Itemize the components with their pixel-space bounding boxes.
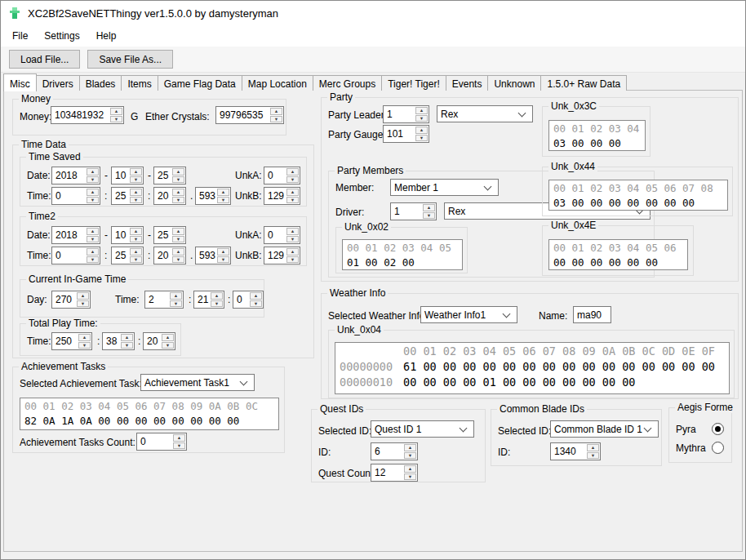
ingame-second-spinner[interactable]: 0 xyxy=(233,291,264,309)
party-gauge-spinner[interactable]: 101 xyxy=(383,125,429,143)
spinner-buttons[interactable] xyxy=(87,168,99,183)
blade-id-value[interactable]: 1340 xyxy=(551,443,587,460)
spinner-buttons[interactable] xyxy=(170,292,182,307)
tab-map-location[interactable]: Map Location xyxy=(242,75,313,91)
achievement-hex-viewer[interactable]: 00 01 02 03 04 05 06 07 08 09 0A 0B 0C82… xyxy=(20,398,279,430)
ingame-day-value[interactable]: 270 xyxy=(52,291,77,308)
time2-minute-spinner[interactable]: 25 xyxy=(111,247,144,264)
saved-ms-value[interactable]: 593 xyxy=(196,188,217,204)
saved-month-value[interactable]: 10 xyxy=(112,167,130,184)
spinner-buttons[interactable] xyxy=(286,189,299,203)
menu-item-settings[interactable]: Settings xyxy=(36,27,87,45)
saved-month-spinner[interactable]: 10 xyxy=(111,167,144,184)
ether-spinner-buttons[interactable] xyxy=(270,108,282,122)
time2-hour-spinner[interactable]: 0 xyxy=(51,247,100,264)
money-spinner-buttons[interactable] xyxy=(110,108,122,122)
spinner-buttons[interactable] xyxy=(121,334,133,349)
unk-0x4e-hex-viewer[interactable]: 00 01 02 03 04 05 0600 00 00 00 00 00 xyxy=(548,239,688,270)
time2-unka-value[interactable]: 0 xyxy=(264,227,286,243)
achievement-count-spinner[interactable]: 0 xyxy=(136,433,187,451)
spinner-buttons[interactable] xyxy=(173,434,185,449)
spinner-buttons[interactable] xyxy=(130,189,142,203)
play-hour-spinner[interactable]: 250 xyxy=(51,332,92,350)
mythra-radio[interactable] xyxy=(712,442,724,454)
party-gauge-value[interactable]: 101 xyxy=(384,126,415,142)
unk-0x04-hex-viewer[interactable]: 00 01 02 03 04 05 06 07 08 09 0A 0B 0C 0… xyxy=(335,342,730,394)
driver-spinner[interactable]: 1 xyxy=(390,202,437,220)
time2-ms-value[interactable]: 593 xyxy=(196,247,217,264)
driver-id[interactable]: 1 xyxy=(391,203,423,220)
money-spinner[interactable]: 103481932 xyxy=(51,106,124,124)
spinner-buttons[interactable] xyxy=(130,228,142,242)
time2-unkb-value[interactable]: 129 xyxy=(264,247,286,264)
tab-1-5-0-raw-data[interactable]: 1.5.0+ Raw Data xyxy=(540,75,627,91)
tab-blades[interactable]: Blades xyxy=(79,75,122,91)
tab-merc-groups[interactable]: Merc Groups xyxy=(313,75,382,91)
play-minute-spinner[interactable]: 38 xyxy=(102,332,135,350)
spinner-buttons[interactable] xyxy=(404,465,416,480)
spinner-buttons[interactable] xyxy=(217,248,229,263)
spinner-buttons[interactable] xyxy=(172,228,184,242)
play-hour-value[interactable]: 250 xyxy=(52,333,78,349)
spinner-buttons[interactable] xyxy=(78,334,91,349)
weather-info-select[interactable]: Weather Info1 xyxy=(420,306,517,323)
tab-game-flag-data[interactable]: Game Flag Data xyxy=(158,75,242,91)
saved-minute-spinner[interactable]: 25 xyxy=(111,187,144,205)
pyra-radio[interactable] xyxy=(712,423,724,435)
saved-unka-spinner[interactable]: 0 xyxy=(264,167,300,184)
spinner-buttons[interactable] xyxy=(77,292,89,307)
saved-second-spinner[interactable]: 20 xyxy=(153,187,186,205)
ingame-day-spinner[interactable]: 270 xyxy=(51,291,91,309)
achievement-task-select[interactable]: Achievement Task1 xyxy=(140,374,255,391)
tab-misc[interactable]: Misc xyxy=(3,73,37,91)
spinner-buttons[interactable] xyxy=(211,292,223,307)
spinner-buttons[interactable] xyxy=(404,444,416,459)
play-minute-value[interactable]: 38 xyxy=(103,333,121,349)
spinner-buttons[interactable] xyxy=(415,127,428,141)
spinner-buttons[interactable] xyxy=(250,292,262,307)
spinner-buttons[interactable] xyxy=(172,248,184,263)
unk-0x44-hex-viewer[interactable]: 00 01 02 03 04 05 06 07 0803 00 00 00 00… xyxy=(548,180,728,211)
quest-id-select[interactable]: Quest ID 1 xyxy=(371,420,474,438)
spinner-buttons[interactable] xyxy=(286,248,299,263)
tab-drivers[interactable]: Drivers xyxy=(36,75,80,91)
tab-unknown[interactable]: Unknown xyxy=(487,75,541,91)
quest-id-value[interactable]: 6 xyxy=(371,443,404,460)
saved-minute-value[interactable]: 25 xyxy=(112,188,130,204)
ingame-hour-spinner[interactable]: 2 xyxy=(144,291,184,309)
ingame-minute-spinner[interactable]: 21 xyxy=(193,291,224,309)
member-select[interactable]: Member 1 xyxy=(390,179,499,196)
spinner-buttons[interactable] xyxy=(87,248,99,263)
time2-unka-spinner[interactable]: 0 xyxy=(264,226,300,244)
saved-hour-spinner[interactable]: 0 xyxy=(51,187,100,205)
menu-item-help[interactable]: Help xyxy=(88,27,125,45)
ether-crystals-value[interactable]: 99796535 xyxy=(216,107,270,123)
spinner-buttons[interactable] xyxy=(87,228,99,242)
time2-second-value[interactable]: 20 xyxy=(154,247,172,264)
saved-unkb-spinner[interactable]: 129 xyxy=(264,187,300,205)
time2-year-spinner[interactable]: 2018 xyxy=(51,226,100,244)
ether-crystals-spinner[interactable]: 99796535 xyxy=(215,106,284,124)
play-second-spinner[interactable]: 20 xyxy=(143,332,175,350)
spinner-buttons[interactable] xyxy=(172,189,184,203)
saved-year-value[interactable]: 2018 xyxy=(52,167,87,184)
quest-count-value[interactable]: 12 xyxy=(371,464,404,481)
party-leader-select[interactable]: Rex xyxy=(437,105,533,122)
time2-day-spinner[interactable]: 25 xyxy=(153,226,186,244)
menu-item-file[interactable]: File xyxy=(4,27,36,45)
spinner-buttons[interactable] xyxy=(162,334,174,349)
spinner-buttons[interactable] xyxy=(130,248,142,263)
unk-0x3c-hex-viewer[interactable]: 00 01 02 03 0403 00 00 00 xyxy=(548,120,646,151)
saved-ms-spinner[interactable]: 593 xyxy=(195,187,231,205)
tab-items[interactable]: Items xyxy=(121,75,158,91)
ingame-minute-value[interactable]: 21 xyxy=(194,291,211,308)
saved-unka-value[interactable]: 0 xyxy=(264,167,286,184)
unk-0x02-hex-viewer[interactable]: 00 01 02 03 04 0501 00 02 00 xyxy=(342,239,463,270)
spinner-buttons[interactable] xyxy=(587,444,599,459)
blade-id-spinner[interactable]: 1340 xyxy=(550,442,601,460)
tab-tiger-tiger-[interactable]: Tiger! Tiger! xyxy=(381,75,446,91)
load-file-button[interactable]: Load File... xyxy=(9,50,80,69)
time2-hour-value[interactable]: 0 xyxy=(52,247,87,264)
save-file-as-button[interactable]: Save File As... xyxy=(87,50,173,69)
time2-minute-value[interactable]: 25 xyxy=(112,247,130,264)
